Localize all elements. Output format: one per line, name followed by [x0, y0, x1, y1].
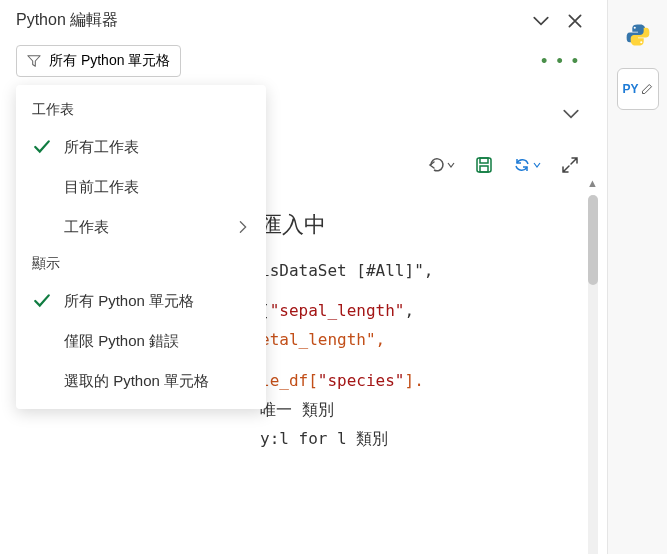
filter-label: 所有 Python 單元格	[49, 52, 170, 70]
svg-rect-0	[477, 158, 491, 172]
menu-item-label: 所有 Python 單元格	[64, 292, 250, 311]
py-editor-button[interactable]: PY	[617, 68, 659, 110]
scrollbar[interactable]	[588, 195, 598, 554]
py-label: PY	[622, 82, 638, 96]
menu-item-label: 選取的 Python 單元格	[64, 372, 250, 391]
menu-item-all-python-cells[interactable]: 所有 Python 單元格	[16, 281, 266, 321]
filter-dropdown: 工作表 所有工作表 目前工作表 工作表 顯示 所有 Python 單元格	[16, 85, 266, 409]
check-icon	[32, 137, 52, 157]
refresh-icon[interactable]	[512, 155, 542, 175]
menu-section-display: 顯示	[16, 247, 266, 281]
svg-point-4	[640, 41, 642, 43]
menu-item-label: 工作表	[64, 218, 236, 237]
menu-section-worksheets: 工作表	[16, 93, 266, 127]
code-heading: 匯入中	[260, 205, 580, 245]
menu-item-python-errors-only[interactable]: 僅限 Python 錯誤	[16, 321, 266, 361]
close-icon[interactable]	[566, 12, 584, 30]
panel-title: Python 編輯器	[16, 10, 118, 31]
svg-rect-1	[480, 158, 488, 163]
filter-icon	[27, 54, 41, 68]
scrollbar-thumb[interactable]	[588, 195, 598, 285]
cell-collapse-icon[interactable]	[562, 105, 580, 123]
filter-button[interactable]: 所有 Python 單元格	[16, 45, 181, 77]
menu-item-worksheet-submenu[interactable]: 工作表	[16, 207, 266, 247]
menu-item-all-worksheets[interactable]: 所有工作表	[16, 127, 266, 167]
scroll-up-icon[interactable]: ▲	[587, 177, 598, 189]
code-preview: 匯入中 isDataSet [#All]", ["sepal_length", …	[260, 205, 580, 453]
python-logo-icon[interactable]	[617, 14, 659, 56]
svg-point-3	[633, 27, 635, 29]
expand-icon[interactable]	[560, 155, 580, 175]
menu-item-selected-python-cells[interactable]: 選取的 Python 單元格	[16, 361, 266, 401]
menu-item-current-worksheet[interactable]: 目前工作表	[16, 167, 266, 207]
check-icon	[32, 291, 52, 311]
menu-item-label: 僅限 Python 錯誤	[64, 332, 250, 351]
chevron-right-icon	[236, 220, 250, 234]
menu-item-label: 目前工作表	[64, 178, 250, 197]
right-rail: PY	[607, 0, 667, 554]
undo-icon[interactable]	[426, 155, 456, 175]
save-icon[interactable]	[474, 155, 494, 175]
more-icon[interactable]: • • •	[537, 47, 584, 76]
collapse-icon[interactable]	[532, 12, 550, 30]
svg-rect-2	[480, 166, 488, 172]
menu-item-label: 所有工作表	[64, 138, 250, 157]
